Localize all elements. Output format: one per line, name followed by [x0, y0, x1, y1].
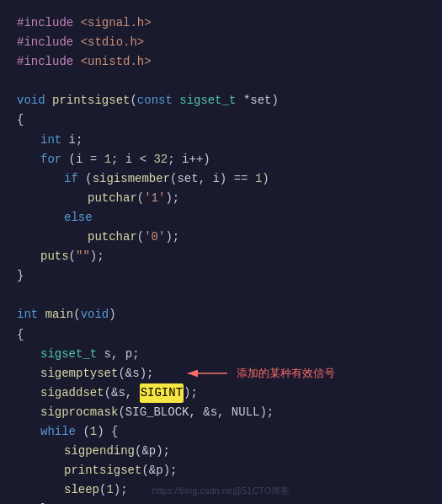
line-while: while ( 1 ) {: [17, 422, 425, 442]
empty-line-2: [17, 286, 425, 305]
empty-line-1: [17, 72, 425, 91]
code-container: #include <signal.h> #include <stdio.h> #…: [0, 0, 442, 504]
arrow-icon: [181, 364, 232, 383]
line-main-sig: int main ( void ): [17, 305, 425, 324]
line-putchar-1: putchar ( '1' );: [17, 189, 425, 208]
line-int-i: int i;: [17, 131, 425, 150]
annotation: 添加的某种有效信号: [181, 364, 335, 383]
line-main-brace-open: {: [17, 325, 425, 345]
annotation-text: 添加的某种有效信号: [237, 364, 335, 382]
directive: #include: [17, 13, 73, 33]
sigint-highlight: SIGINT: [140, 383, 184, 403]
line-sigset: sigset_t s, p;: [17, 345, 425, 364]
watermark: https://blog.csdn.ne@51CTO博客: [152, 485, 290, 497]
line-include-2: #include <stdio.h>: [17, 33, 425, 52]
line-sigpending: sigpending (&p);: [17, 442, 425, 461]
line-sigprocmask: sigprocmask (SIG_BLOCK, &s, NULL);: [17, 403, 425, 422]
line-while-close: }: [17, 500, 425, 504]
line-puts: puts ( "" );: [17, 247, 425, 266]
code-block: #include <signal.h> #include <stdio.h> #…: [17, 13, 425, 504]
line-fn-sig: void printsigset ( const sigset_t *set): [17, 91, 425, 110]
line-brace-close-fn: }: [17, 266, 425, 286]
line-include-3: #include <unistd.h>: [17, 52, 425, 72]
line-else: else: [17, 208, 425, 228]
line-include-1: #include <signal.h>: [17, 13, 425, 33]
line-sigaddset: sigaddset (&s, SIGINT );: [17, 383, 425, 403]
line-putchar-0: putchar ( '0' );: [17, 228, 425, 247]
line-sigempty: sigemptyset (&s); 添加的某种有效信号: [17, 364, 425, 383]
line-brace-open: {: [17, 110, 425, 130]
line-printsigset: printsigset (&p);: [17, 461, 425, 480]
line-for: for (i = 1 ; i < 32 ; i++): [17, 150, 425, 169]
line-if: if ( sigismember (set, i) == 1 ): [17, 169, 425, 189]
